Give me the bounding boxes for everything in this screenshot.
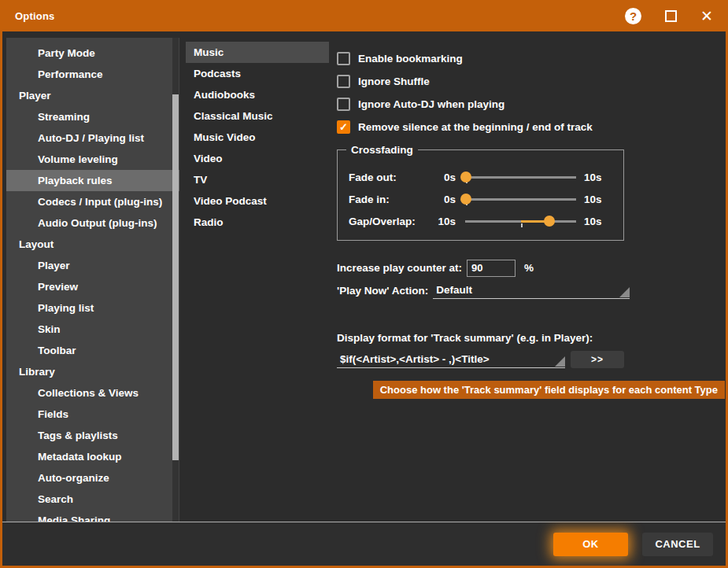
content-type-video-podcast[interactable]: Video Podcast — [186, 190, 329, 212]
checkbox-remove-silence[interactable]: ✓ Remove silence at the beginning / end … — [337, 116, 726, 138]
fade-out-slider[interactable] — [465, 169, 576, 185]
checkbox-box[interactable]: ✓ — [337, 75, 350, 88]
category-sidebar: Party Mode Performance Player Streaming … — [6, 38, 179, 522]
sidebar-item-skin[interactable]: Skin — [6, 319, 179, 340]
sidebar-item-codecs-input[interactable]: Codecs / Input (plug-ins) — [6, 191, 179, 212]
slider-track[interactable] — [465, 198, 576, 201]
close-icon[interactable]: ✕ — [700, 9, 713, 24]
display-format-row: $if(<Artist>,<Artist> - ,)<Title> >> — [337, 351, 624, 368]
play-now-label: 'Play Now' Action: — [337, 285, 428, 299]
play-counter-row: Increase play counter at: % — [337, 259, 534, 277]
content-type-music-video[interactable]: Music Video — [186, 127, 329, 148]
sidebar-header-player[interactable]: Player — [6, 85, 179, 106]
sidebar-item-media-sharing[interactable]: Media Sharing — [6, 510, 179, 522]
content-type-video[interactable]: Video — [186, 148, 329, 169]
play-counter-label: Increase play counter at: — [337, 262, 462, 274]
question-mark-icon: ? — [630, 9, 637, 23]
options-dialog: Options ? ✕ Party Mode Performance Playe… — [0, 0, 728, 568]
content-type-classical-music[interactable]: Classical Music — [186, 105, 329, 127]
checkbox-ignore-shuffle[interactable]: ✓ Ignore Shuffle — [337, 70, 726, 93]
content-type-audiobooks[interactable]: Audiobooks — [186, 84, 329, 105]
format-expand-button[interactable]: >> — [571, 351, 624, 368]
checkbox-enable-bookmarking[interactable]: ✓ Enable bookmarking — [337, 47, 726, 70]
play-counter-input[interactable] — [467, 260, 516, 277]
fade-out-slider-thumb[interactable] — [460, 172, 471, 183]
crossfading-group-title: Crossfading — [346, 143, 418, 157]
content-type-tv[interactable]: TV — [186, 169, 329, 190]
sidebar-item-auto-organize[interactable]: Auto-organize — [6, 467, 179, 489]
fade-in-slider[interactable] — [465, 191, 576, 207]
checkbox-box[interactable]: ✓ — [337, 120, 350, 134]
content-type-list: Music Podcasts Audiobooks Classical Musi… — [186, 42, 329, 233]
checkbox-box[interactable]: ✓ — [337, 52, 350, 65]
sidebar-scrollbar[interactable] — [172, 38, 179, 522]
dialog-body: Party Mode Performance Player Streaming … — [2, 31, 726, 522]
sidebar-scrollbar-thumb[interactable] — [172, 94, 179, 460]
play-now-dropdown[interactable]: Default — [433, 284, 630, 299]
sidebar-item-streaming[interactable]: Streaming — [6, 106, 179, 127]
track-summary-tooltip: Choose how the 'Track summary' field dis… — [373, 381, 725, 399]
gap-overlap-slider-thumb[interactable] — [544, 216, 555, 227]
checkmark-icon: ✓ — [339, 122, 348, 132]
fade-out-row: Fade out: 0s 10s — [349, 166, 612, 188]
sidebar-item-audio-output[interactable]: Audio Output (plug-ins) — [6, 212, 179, 234]
fade-in-row: Fade in: 0s 10s — [349, 188, 612, 210]
content-type-radio[interactable]: Radio — [186, 212, 329, 233]
fade-in-slider-thumb[interactable] — [460, 194, 471, 205]
titlebar-controls: ? ✕ — [625, 8, 713, 24]
sidebar-item-tags-playlists[interactable]: Tags & playlists — [6, 425, 179, 446]
window-title: Options — [15, 10, 55, 22]
play-now-row: 'Play Now' Action: Default — [337, 281, 630, 299]
sidebar-item-search[interactable]: Search — [6, 489, 179, 510]
play-counter-unit: % — [524, 262, 534, 274]
content-type-music[interactable]: Music — [186, 42, 329, 63]
sidebar-item-auto-dj[interactable]: Auto-DJ / Playing list — [6, 127, 179, 149]
sidebar-item-fields[interactable]: Fields — [6, 404, 179, 425]
display-format-dropdown[interactable]: $if(<Artist>,<Artist> - ,)<Title> — [337, 353, 565, 368]
gap-overlap-slider[interactable] — [465, 213, 576, 229]
sidebar-item-playing-list[interactable]: Playing list — [6, 297, 179, 319]
crossfading-group: Crossfading Fade out: 0s 10s Fade in: 0s — [337, 149, 624, 241]
title-bar: Options ? ✕ — [2, 0, 726, 31]
sidebar-item-collections-views[interactable]: Collections & Views — [6, 382, 179, 404]
checkbox-list: ✓ Enable bookmarking ✓ Ignore Shuffle ✓ … — [337, 47, 726, 138]
sidebar-item-metadata-lookup[interactable]: Metadata lookup — [6, 446, 179, 467]
sidebar-item-toolbar[interactable]: Toolbar — [6, 340, 179, 361]
slider-track[interactable] — [465, 176, 576, 179]
help-button[interactable]: ? — [625, 8, 641, 24]
display-format-label: Display format for 'Track summary' (e.g.… — [337, 332, 593, 344]
sidebar-item-layout-player[interactable]: Player — [6, 255, 179, 276]
sidebar-item-volume-leveling[interactable]: Volume leveling — [6, 149, 179, 170]
content-type-podcasts[interactable]: Podcasts — [186, 63, 329, 84]
maximize-icon[interactable] — [665, 10, 677, 22]
checkbox-box[interactable]: ✓ — [337, 98, 350, 111]
sidebar-item-playback-rules[interactable]: Playback rules — [6, 170, 179, 191]
dialog-footer: OK CANCEL — [2, 522, 726, 566]
checkbox-ignore-auto-dj[interactable]: ✓ Ignore Auto-DJ when playing — [337, 93, 726, 116]
sidebar-header-library[interactable]: Library — [6, 361, 179, 382]
sidebar-item-performance[interactable]: Performance — [6, 64, 179, 85]
gap-overlap-row: Gap/Overlap: 10s 10s — [349, 210, 612, 232]
dropdown-corner-icon — [555, 356, 565, 367]
cancel-button[interactable]: CANCEL — [642, 533, 713, 556]
sidebar-item-preview[interactable]: Preview — [6, 276, 179, 297]
dropdown-corner-icon — [619, 287, 630, 297]
slider-tick — [521, 223, 523, 227]
category-list: Party Mode Performance Player Streaming … — [6, 38, 179, 522]
sidebar-header-layout[interactable]: Layout — [6, 234, 179, 255]
ok-button[interactable]: OK — [553, 533, 628, 556]
sidebar-item-party-mode[interactable]: Party Mode — [6, 42, 179, 64]
